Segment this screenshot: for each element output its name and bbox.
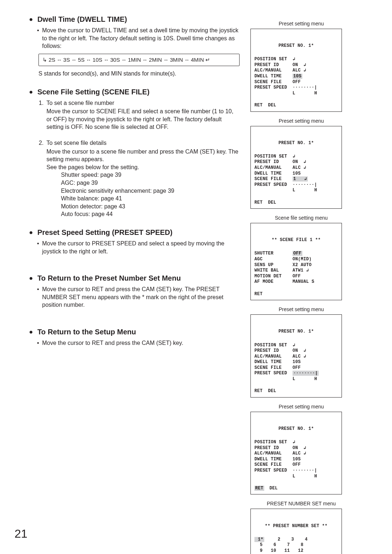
osd3-l5: MOTION DET OFF [254, 274, 301, 279]
osd4-title: PRESET NO. 1* [254, 329, 338, 335]
arrow-icon [142, 56, 147, 64]
seq-4min: 4MIN [191, 56, 204, 64]
dwell-body: Move the cursor to DWELL TIME and set a … [42, 27, 240, 50]
osd3-l4: WHITE BAL ATW1 ↲ [254, 268, 309, 273]
osd4-speed-value: ········| [293, 371, 319, 376]
osd6-title: ** PRESET NUMBER SET ** [254, 524, 338, 529]
osd2-l4: DWELL TIME 10S [254, 171, 301, 176]
osd-scenefile-detail: ** SCENE FILE 1 ** SHUTTER OFF AGC ON(MI… [250, 223, 342, 300]
caption-preset-3: Preset setting menu [250, 306, 352, 313]
scene-item1-head: To set a scene file number [46, 99, 114, 107]
osd3-footer: RET [254, 292, 338, 297]
osd5-l4: DWELL TIME 10S [254, 457, 301, 462]
section-scene-file: Scene File Setting (SCENE FILE) 1. To se… [29, 87, 240, 218]
osd1-dwell-label: DWELL TIME [254, 74, 293, 79]
osd4-footer: RET DEL [254, 388, 338, 394]
scene-item2-body1: Move the cursor to a scene file number a… [46, 148, 240, 163]
osd2-scene-label: SCENE FILE [254, 176, 293, 182]
ref-motion: Motion detector: page 43 [61, 203, 240, 211]
seq-1min: 1MIN [128, 56, 141, 64]
osd1-l3: ALC/MANUAL ALC ↲ [254, 68, 306, 73]
seq-10s: 10S [93, 56, 102, 64]
returnpreset-body: Move the cursor to RET and press the CAM… [42, 285, 240, 309]
page-number: 21 [15, 526, 28, 542]
caption-scenefile: Scene file setting menu [250, 215, 352, 221]
osd5-ret: RET [254, 486, 264, 491]
osd4-speed-label: PRESET SPEED [254, 371, 293, 376]
osd5-l2: PRESET ID ON ↲ [254, 445, 306, 451]
scene-item2-body2: See the pages below for the setting. [46, 163, 240, 171]
seq-2min: 2MIN [149, 56, 162, 64]
osd-preset-speed: PRESET NO. 1* POSITION SET ↲ PRESET ID O… [250, 314, 342, 398]
returnsetup-title: To Return to the Setup Menu [29, 327, 240, 337]
osd1-l6: PRESET SPEED ········| [254, 85, 317, 90]
dwell-note: S stands for second(s), and MIN stands f… [38, 70, 240, 78]
arrow-icon [104, 56, 109, 64]
arrow-icon [121, 56, 126, 64]
caption-preset-1: Preset setting menu [250, 20, 352, 27]
arrow-icon [163, 56, 168, 64]
scenefile-title: Scene File Setting (SCENE FILE) [29, 87, 240, 97]
osd1-l2: PRESET ID ON ↲ [254, 62, 306, 68]
osd1-title: PRESET NO. 1* [254, 43, 338, 49]
osd4-l4: DWELL TIME 10S [254, 359, 301, 364]
bullet: • [37, 285, 40, 309]
osd1-l7: L H [254, 91, 317, 96]
osd4-l2: PRESET ID ON ↲ [254, 348, 306, 353]
osd2-l2: PRESET ID ON ↲ [254, 159, 306, 164]
osd6-current: 1* [254, 537, 264, 542]
returnpreset-title: To Return to the Preset Number Set Menu [29, 273, 240, 283]
osd2-footer: RET DEL [254, 200, 338, 206]
seq-3s: 3S [63, 56, 70, 64]
section-return-setup: To Return to the Setup Menu • Move the c… [29, 327, 240, 347]
osd-preset-number-set: ** PRESET NUMBER SET ** 1* 2 3 4 5 6 7 8… [250, 509, 342, 554]
ref-af: Auto focus: page 44 [61, 210, 240, 218]
presetspeed-body: Move the cursor to PRESET SPEED and sele… [42, 240, 240, 255]
osd3-title: ** SCENE FILE 1 ** [254, 237, 338, 243]
loop-arrow-left: ↳ [42, 56, 47, 64]
section-dwell-time: Dwell Time (DWELL TIME) • Move the curso… [29, 15, 240, 78]
returnsetup-body: Move the cursor to RET and press the CAM… [42, 339, 183, 347]
osd5-l5: SCENE FILE OFF [254, 462, 301, 467]
seq-30s: 30S [110, 56, 120, 64]
dwell-title: Dwell Time (DWELL TIME) [29, 15, 240, 24]
arrow-icon [184, 56, 189, 64]
dwell-sequence-box: ↳ 2S 3S 5S 10S 30S 1MIN 2MIN 3MIN 4MIN ↵ [38, 54, 240, 66]
seq-5s: 5S [78, 56, 85, 64]
osd5-l7: L H [254, 474, 317, 479]
osd3-shutter-label: SHUTTER [254, 251, 293, 256]
section-preset-speed: Preset Speed Setting (PRESET SPEED) • Mo… [29, 228, 240, 255]
osd3-l3: SENS UP X2 AUTO [254, 262, 312, 268]
list-number-2: 2. [37, 139, 44, 147]
ref-shutter: Shutter speed: page 39 [61, 171, 240, 179]
osd2-l3: ALC/MANUAL ALC ↲ [254, 165, 306, 170]
osd6-r3: 9 10 11 12 [254, 548, 303, 553]
osd3-l6: AF MODE MANUAL S [254, 279, 314, 284]
ref-agc: AGC: page 39 [61, 179, 240, 187]
osd1-footer: RET DEL [254, 103, 338, 109]
osd2-l6: PRESET SPEED ········| [254, 182, 317, 187]
osd1-l1: POSITION SET ↲ [254, 57, 295, 62]
ref-wb: White balance: page 41 [61, 195, 240, 203]
osd-preset-dwell: PRESET NO. 1* POSITION SET ↲ PRESET ID O… [250, 29, 342, 112]
seq-2s: 2S [49, 56, 55, 64]
osd1-dwell-value: 10S [293, 74, 302, 79]
osd2-l7: L H [254, 188, 317, 193]
osd4-l1: POSITION SET ↲ [254, 343, 295, 348]
caption-preset-2: Preset setting menu [250, 118, 352, 125]
osd2-title: PRESET NO. 1* [254, 140, 338, 146]
osd5-l1: POSITION SET ↲ [254, 440, 295, 445]
osd6-r2: 5 6 7 8 [254, 542, 303, 547]
loop-arrow-right: ↵ [205, 56, 210, 64]
seq-3min: 3MIN [170, 56, 183, 64]
section-return-preset: To Return to the Preset Number Set Menu … [29, 273, 240, 309]
osd5-l3: ALC/MANUAL ALC ↲ [254, 451, 306, 456]
arrow-icon [72, 56, 77, 64]
osd-preset-ret: PRESET NO. 1* POSITION SET ↲ PRESET ID O… [250, 412, 342, 495]
osd-preset-scenefile: PRESET NO. 1* POSITION SET ↲ PRESET ID O… [250, 126, 342, 209]
osd5-del: DEL [264, 486, 278, 491]
list-number-1: 1. [37, 99, 44, 107]
presetspeed-title: Preset Speed Setting (PRESET SPEED) [29, 228, 240, 237]
scene-item1-body: Move the cursor to SCENE FILE and select… [46, 107, 240, 131]
caption-preset-4: Preset setting menu [250, 403, 352, 410]
